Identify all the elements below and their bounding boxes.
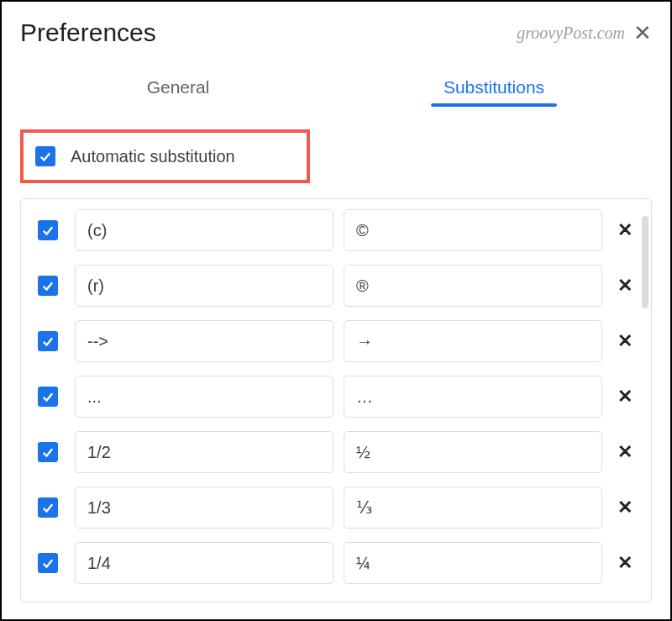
tab-substitutions[interactable]: Substitutions xyxy=(336,71,652,104)
row-checkbox[interactable] xyxy=(38,220,58,240)
check-icon xyxy=(40,445,55,460)
tab-general[interactable]: General xyxy=(20,71,336,104)
dialog-header: Preferences groovyPost.com ✕ xyxy=(20,18,652,47)
substitution-row: --> → ✕ xyxy=(31,320,646,362)
remove-icon[interactable]: ✕ xyxy=(612,330,638,352)
replace-input[interactable]: ... xyxy=(75,376,333,418)
row-checkbox[interactable] xyxy=(38,497,58,518)
replace-input[interactable]: (c) xyxy=(75,209,333,251)
watermark-text: groovyPost.com xyxy=(517,24,625,43)
substitution-row: (c) © ✕ xyxy=(31,209,646,251)
automatic-substitution-label: Automatic substitution xyxy=(71,147,235,166)
remove-icon[interactable]: ✕ xyxy=(612,441,638,463)
automatic-substitution-row: Automatic substitution xyxy=(20,129,310,183)
row-checkbox[interactable] xyxy=(38,553,58,573)
row-checkbox[interactable] xyxy=(38,331,58,351)
substitution-row: ... … ✕ xyxy=(31,376,646,418)
check-icon xyxy=(40,500,55,515)
automatic-substitution-checkbox[interactable] xyxy=(35,146,55,166)
check-icon xyxy=(40,278,55,293)
substitution-row: 1/2 ½ ✕ xyxy=(31,431,646,473)
replace-input[interactable]: 1/4 xyxy=(75,542,333,584)
check-icon xyxy=(40,389,55,404)
header-right: groovyPost.com ✕ xyxy=(517,22,652,44)
preferences-dialog: Preferences groovyPost.com ✕ General Sub… xyxy=(2,2,670,619)
remove-icon[interactable]: ✕ xyxy=(612,219,638,241)
check-icon xyxy=(38,149,53,164)
substitution-rows: (c) © ✕ (r) ® ✕ --> → ✕ ... … ✕ xyxy=(31,209,646,602)
replace-input[interactable]: 1/3 xyxy=(75,487,333,529)
substitution-row: 1/4 ¼ ✕ xyxy=(31,542,646,584)
tabs: General Substitutions xyxy=(20,71,652,104)
substitution-row: (r) ® ✕ xyxy=(31,265,646,307)
scrollbar[interactable] xyxy=(642,216,648,308)
remove-icon[interactable]: ✕ xyxy=(612,497,638,518)
remove-icon[interactable]: ✕ xyxy=(612,386,638,408)
with-input[interactable]: ¼ xyxy=(344,542,602,584)
with-input[interactable]: … xyxy=(344,376,602,418)
remove-icon[interactable]: ✕ xyxy=(612,552,638,574)
row-checkbox[interactable] xyxy=(38,442,58,462)
with-input[interactable]: → xyxy=(344,320,602,362)
check-icon xyxy=(40,555,55,571)
remove-icon[interactable]: ✕ xyxy=(612,275,638,297)
substitution-row: 1/3 ⅓ ✕ xyxy=(31,487,646,529)
substitutions-table: (c) © ✕ (r) ® ✕ --> → ✕ ... … ✕ xyxy=(20,198,652,603)
replace-input[interactable]: 1/2 xyxy=(75,431,333,473)
row-checkbox[interactable] xyxy=(38,276,58,296)
check-icon xyxy=(40,223,55,238)
dialog-title: Preferences xyxy=(20,18,156,47)
with-input[interactable]: ® xyxy=(344,265,602,307)
close-icon[interactable]: ✕ xyxy=(633,22,652,44)
replace-input[interactable]: --> xyxy=(75,320,333,362)
row-checkbox[interactable] xyxy=(38,387,58,407)
with-input[interactable]: © xyxy=(344,209,602,251)
with-input[interactable]: ½ xyxy=(344,431,602,473)
with-input[interactable]: ⅓ xyxy=(344,487,602,529)
replace-input[interactable]: (r) xyxy=(75,265,333,307)
check-icon xyxy=(40,334,55,349)
